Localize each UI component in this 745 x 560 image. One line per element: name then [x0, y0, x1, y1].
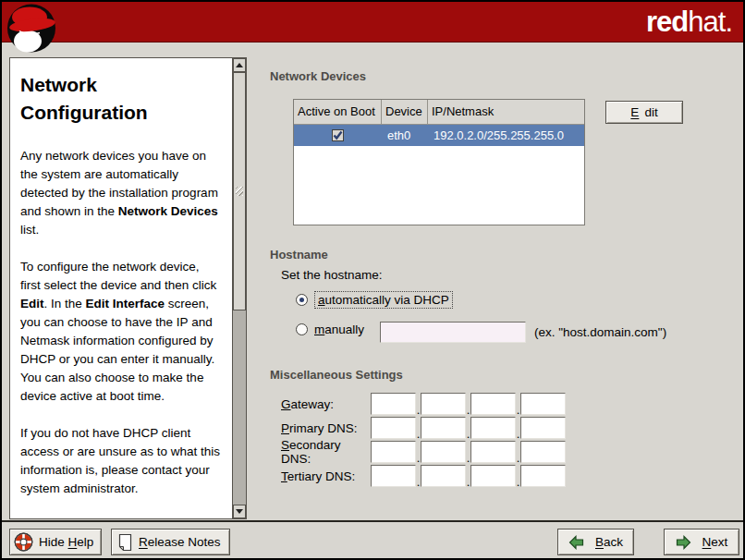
- primary-dns-label: Primary DNS:: [281, 421, 371, 435]
- hostname-manual-option: manually: [296, 323, 364, 336]
- arrow-up-icon: [236, 63, 243, 67]
- hostname-heading: Hostname: [270, 248, 328, 262]
- ip-netmask-cell: 192.0.2.0/255.255.255.0: [428, 128, 584, 142]
- misc-settings-heading: Miscellaneous Settings: [270, 368, 403, 382]
- scrollbar-thumb[interactable]: [233, 72, 246, 310]
- secondary-dns-row: Secondary DNS: . . .: [281, 441, 566, 463]
- next-button[interactable]: Next: [664, 529, 739, 555]
- tertiary-dns-label: Tertiary DNS:: [281, 469, 371, 483]
- help-title: Network Configuration: [20, 71, 187, 127]
- redhat-shadowman-logo-icon: [6, 3, 56, 54]
- column-header-ip-netmask[interactable]: IP/Netmask: [428, 100, 584, 124]
- primary-dns-octet-2[interactable]: [421, 417, 466, 439]
- table-row-eth0[interactable]: eth0 192.0.2.0/255.255.255.0: [294, 125, 584, 146]
- gateway-label: Gateway:: [281, 397, 371, 411]
- help-paragraph: To configure the network device, first s…: [20, 258, 223, 406]
- auto-dhcp-label[interactable]: automatically via DHCP: [314, 291, 453, 309]
- scroll-up-button[interactable]: [233, 58, 246, 72]
- misc-settings-grid: Gateway: . . . Primary DNS: . . . Second…: [281, 393, 566, 489]
- secondary-dns-octet-4[interactable]: [520, 441, 566, 463]
- tertiary-dns-row: Tertiary DNS: . . .: [281, 465, 566, 487]
- column-header-device[interactable]: Device: [382, 100, 428, 124]
- release-notes-button[interactable]: Release Notes: [111, 529, 230, 555]
- set-hostname-label: Set the hostname:: [281, 268, 383, 282]
- back-label: Back: [595, 535, 623, 549]
- title-banner: redhat.: [2, 2, 743, 43]
- gateway-octet-1[interactable]: [371, 393, 416, 415]
- brand-red: red: [646, 6, 688, 38]
- release-notes-label: Release Notes: [139, 535, 221, 549]
- hostname-hint: (ex. "host.domain.com"): [534, 325, 666, 339]
- secondary-dns-octet-1[interactable]: [371, 441, 416, 463]
- help-scrollbar[interactable]: [232, 58, 246, 518]
- next-label: Next: [702, 535, 728, 549]
- primary-dns-octet-4[interactable]: [520, 417, 566, 439]
- document-icon: [117, 533, 133, 552]
- arrow-left-icon: [568, 535, 584, 550]
- checkmark-icon: [333, 130, 343, 140]
- hide-help-label: Hide Help: [39, 535, 93, 549]
- help-paragraph: Any network devices you have on the syst…: [20, 147, 223, 239]
- installer-window: redhat. Network Configuration Any networ…: [0, 0, 745, 560]
- active-on-boot-checkbox[interactable]: [332, 129, 344, 141]
- arrow-down-icon: [236, 509, 243, 514]
- auto-dhcp-radio[interactable]: [296, 294, 308, 306]
- manual-label[interactable]: manually: [314, 323, 364, 336]
- bottom-button-bar: Hide Help Release Notes Back Next: [2, 520, 743, 558]
- scroll-down-button[interactable]: [233, 505, 246, 518]
- help-paragraph: If you do not have DHCP client access or…: [20, 424, 223, 498]
- scrollbar-grip-icon: [236, 187, 243, 196]
- back-button[interactable]: Back: [557, 529, 634, 555]
- table-header-row: Active on Boot Device IP/Netmask: [294, 100, 584, 125]
- help-panel: Network Configuration Any network device…: [9, 57, 247, 519]
- secondary-dns-octet-2[interactable]: [421, 441, 466, 463]
- column-header-active-on-boot[interactable]: Active on Boot: [294, 100, 382, 124]
- redhat-wordmark: redhat.: [646, 6, 732, 39]
- hide-help-button[interactable]: Hide Help: [9, 529, 102, 555]
- tertiary-dns-octet-4[interactable]: [520, 465, 566, 487]
- secondary-dns-label: Secondary DNS:: [281, 438, 371, 466]
- manual-radio[interactable]: [296, 323, 308, 335]
- tertiary-dns-octet-3[interactable]: [470, 465, 516, 487]
- gateway-octet-4[interactable]: [520, 393, 566, 415]
- arrow-right-icon: [676, 535, 691, 550]
- secondary-dns-octet-3[interactable]: [470, 441, 516, 463]
- hostname-auto-option: automatically via DHCP: [296, 291, 453, 309]
- life-ring-icon: [14, 532, 33, 552]
- primary-dns-row: Primary DNS: . . .: [281, 417, 566, 439]
- tertiary-dns-octet-1[interactable]: [371, 465, 416, 487]
- gateway-octet-3[interactable]: [470, 393, 516, 415]
- network-devices-heading: Network Devices: [270, 69, 366, 83]
- tertiary-dns-octet-2[interactable]: [421, 465, 466, 487]
- primary-dns-octet-3[interactable]: [470, 417, 516, 439]
- edit-button[interactable]: Edit: [605, 101, 683, 124]
- gateway-row: Gateway: . . .: [281, 393, 566, 415]
- primary-dns-octet-1[interactable]: [371, 417, 416, 439]
- help-text: Network Configuration Any network device…: [10, 58, 232, 518]
- brand-hat: hat.: [688, 6, 732, 38]
- network-devices-table: Active on Boot Device IP/Netmask eth0 19…: [293, 99, 585, 225]
- hostname-input[interactable]: [380, 322, 526, 343]
- device-cell: eth0: [382, 128, 428, 142]
- gateway-octet-2[interactable]: [421, 393, 466, 415]
